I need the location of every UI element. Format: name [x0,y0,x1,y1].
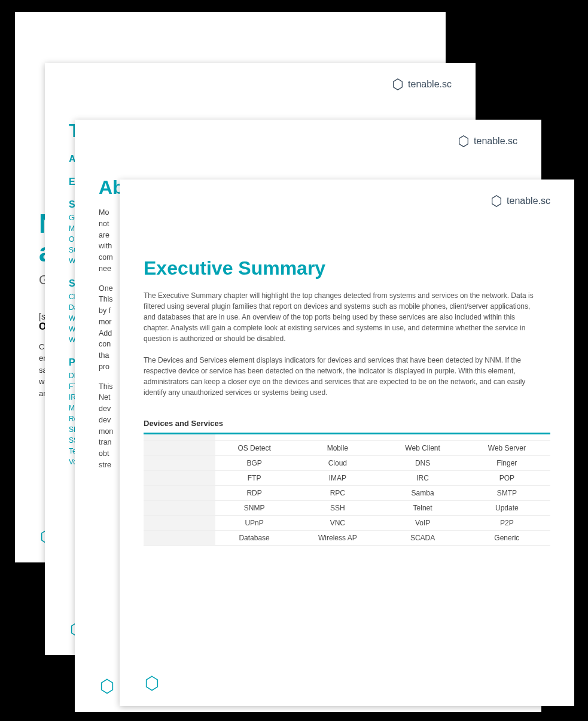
table-cell: Telnet [382,501,463,516]
table-cell: DNS [382,456,463,471]
table-cell: Update [464,501,550,516]
table-row: DatabaseWireless APSCADAGeneric [144,531,550,546]
table-cell: BGP [215,456,293,471]
brand-text: tenable.sc [474,136,517,147]
table-cell: POP [464,471,550,486]
hexagon-icon [457,135,470,148]
table-row: FTPIMAPIRCPOP [144,471,550,486]
hexagon-icon [490,194,503,208]
table-row: OS DetectMobileWeb ClientWeb Server [144,441,550,456]
table-row: RDPRPCSambaSMTP [144,486,550,501]
table-cell: SCADA [382,531,463,546]
brand-logo: tenable.sc [391,78,452,91]
table-cell: Finger [464,456,550,471]
table-cell: RPC [293,486,382,501]
table-cell: Cloud [293,456,382,471]
table-row: UPnPVNCVoIPP2P [144,516,550,531]
table-cell: Database [215,531,293,546]
table-cell: FTP [215,471,293,486]
table-cell: VoIP [382,516,463,531]
table-cell: IMAP [293,471,382,486]
devices-services-heading: Devices and Services [144,419,550,428]
table-row: SNMPSSHTelnetUpdate [144,501,550,516]
brand-logo: tenable.sc [490,194,550,208]
executive-summary-para2: The Devices and Services element display… [144,355,538,398]
footer-badge-icon [99,678,115,697]
table-row: BGPCloudDNSFinger [144,456,550,471]
table-cell: P2P [464,516,550,531]
table-cell: SNMP [215,501,293,516]
table-cell: RDP [215,486,293,501]
executive-summary-para1: The Executive Summary chapter will highl… [144,290,538,344]
executive-summary-title: Executive Summary [144,257,550,279]
table-cell: SSH [293,501,382,516]
table-cell: Samba [382,486,463,501]
brand-text: tenable.sc [507,196,550,206]
devices-services-table: OS DetectMobileWeb ClientWeb ServerBGPCl… [144,433,550,546]
hexagon-icon [391,78,404,91]
table-cell: OS Detect [215,441,293,456]
brand-logo: tenable.sc [457,135,517,148]
report-page-executive-summary: tenable.sc Executive Summary The Executi… [120,180,574,706]
table-cell: Web Client [382,441,463,456]
table-cell: UPnP [215,516,293,531]
table-cell: IRC [382,471,463,486]
table-cell: Mobile [293,441,382,456]
footer-badge-icon [144,675,160,694]
table-cell: Wireless AP [293,531,382,546]
table-cell: Web Server [464,441,550,456]
table-cell: Generic [464,531,550,546]
brand-text: tenable.sc [408,79,452,90]
table-cell: VNC [293,516,382,531]
table-cell: SMTP [464,486,550,501]
